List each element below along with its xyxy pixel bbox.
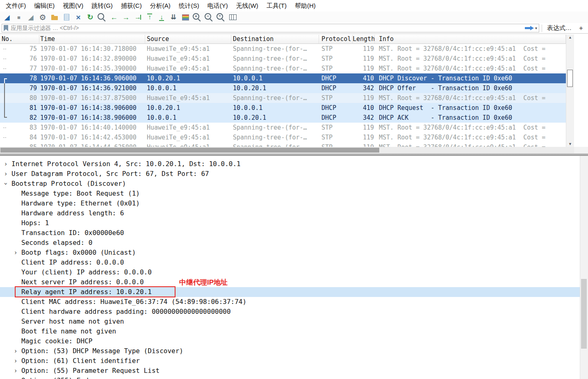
colorize-packets-button[interactable]: [180, 12, 191, 22]
column-header-time[interactable]: Time: [39, 35, 145, 43]
packet-list-scroll-thumb[interactable]: [567, 70, 573, 87]
zoom-in-button[interactable]: [192, 12, 203, 22]
detail-line-17[interactable]: Boot file name not given: [0, 326, 580, 336]
go-forward-button[interactable]: [121, 12, 131, 22]
packet-row-80[interactable]: 801970-01-07 16:14:37.875000HuaweiTe_e9:…: [0, 93, 566, 103]
packet-row-82[interactable]: 821970-01-07 16:14:38.90600010.0.0.110.0…: [0, 113, 566, 123]
packet-row-77[interactable]: 771970-01-07 16:14:35.390000HuaweiTe_e9:…: [0, 64, 566, 73]
expand-arrow-icon[interactable]: ›: [12, 346, 19, 356]
apply-filter-button[interactable]: ▾: [524, 25, 537, 31]
filter-bookmark-icon[interactable]: [4, 25, 8, 31]
cell-time: 1970-01-07 16:14:30.718000: [39, 44, 145, 54]
packet-row-76[interactable]: 761970-01-07 16:14:32.890000HuaweiTe_e9:…: [0, 54, 566, 64]
detail-line-2[interactable]: ›Bootstrap Protocol (Discover): [0, 179, 580, 189]
menu-item-file[interactable]: 文件(F): [2, 0, 30, 11]
detail-line-13[interactable]: Relay agent IP address: 10.0.20.1: [0, 287, 580, 297]
menu-item-tools[interactable]: 工具(T): [262, 0, 291, 11]
go-to-packet-button[interactable]: [132, 12, 143, 22]
cell-source: 10.0.20.1: [145, 73, 231, 83]
column-header-info[interactable]: Info: [375, 35, 566, 43]
start-capture-button[interactable]: [2, 12, 12, 22]
column-header-length[interactable]: Length: [353, 35, 375, 43]
add-filter-button[interactable]: +: [577, 24, 586, 32]
detail-line-10[interactable]: Client IP address: 0.0.0.0: [0, 258, 580, 267]
expand-arrow-icon[interactable]: ›: [12, 248, 19, 258]
detail-line-16[interactable]: Server host name not given: [0, 317, 580, 326]
menu-item-edit[interactable]: 编辑(E): [30, 0, 59, 11]
reload-capture-file-icon: [86, 13, 95, 22]
detail-line-20[interactable]: ›Option: (61) Client identifier: [0, 356, 580, 366]
capture-options-button[interactable]: [37, 12, 48, 22]
packet-row-83[interactable]: 831970-01-07 16:14:40.140000HuaweiTe_e9:…: [0, 123, 566, 132]
detail-line-14[interactable]: Client MAC address: HuaweiTe_06:37:74 (5…: [0, 297, 580, 307]
packet-row-84[interactable]: 841970-01-07 16:14:42.453000HuaweiTe_e9:…: [0, 132, 566, 142]
cell-length: 342: [353, 83, 375, 93]
expand-arrow-icon[interactable]: ›: [2, 159, 9, 169]
detail-line-21[interactable]: ›Option: (55) Parameter Request List: [0, 366, 580, 376]
menu-item-go[interactable]: 跳转(G): [87, 0, 117, 11]
scroll-up-icon[interactable]: ▲: [566, 34, 574, 40]
display-filter-input[interactable]: 应用显示过滤器 … <Ctrl-/> ▾: [2, 24, 539, 32]
close-capture-file-button[interactable]: [73, 12, 84, 22]
last-packet-button[interactable]: [156, 12, 167, 22]
reload-capture-file-button[interactable]: [85, 12, 96, 22]
menu-item-help[interactable]: 帮助(H): [291, 0, 320, 11]
auto-scroll-button[interactable]: [168, 12, 179, 22]
expand-arrow-icon[interactable]: ›: [12, 376, 19, 379]
restart-capture-button[interactable]: [25, 12, 36, 22]
hscroll-thumb[interactable]: [0, 148, 379, 153]
detail-line-9[interactable]: ›Bootp flags: 0x0000 (Unicast): [0, 248, 580, 258]
expand-arrow-icon[interactable]: ›: [12, 366, 19, 376]
find-packet-button[interactable]: [97, 12, 107, 22]
packet-list-hscrollbar[interactable]: [0, 147, 574, 153]
column-header-no[interactable]: No.: [0, 35, 39, 43]
scroll-down-icon[interactable]: ▼: [566, 141, 574, 147]
detail-line-11[interactable]: Your (client) IP address: 0.0.0.0: [0, 267, 580, 277]
first-packet-button[interactable]: [144, 12, 155, 22]
detail-line-5[interactable]: Hardware address length: 6: [0, 208, 580, 218]
packet-row-81[interactable]: 811970-01-07 16:14:38.90600010.0.20.110.…: [0, 103, 566, 113]
column-header-protocol[interactable]: Protocol: [319, 35, 353, 43]
zoom-out-button[interactable]: [204, 12, 214, 22]
menu-item-view[interactable]: 视图(V): [59, 0, 87, 11]
cell-info: DHCP Request - Transaction ID 0xe60: [375, 103, 566, 113]
expand-arrow-icon[interactable]: ›: [2, 169, 9, 179]
zoom-reset-button[interactable]: [216, 12, 226, 22]
menu-item-telephony[interactable]: 电话(Y): [203, 0, 232, 11]
collapse-arrow-icon[interactable]: ›: [1, 180, 11, 187]
expand-arrow-icon[interactable]: ›: [12, 356, 19, 366]
menu-item-statistics[interactable]: 统计(S): [175, 0, 203, 11]
column-header-source[interactable]: Source: [145, 35, 231, 43]
save-capture-file-button[interactable]: [61, 12, 72, 22]
detail-line-4[interactable]: Hardware type: Ethernet (0x01): [0, 199, 580, 208]
stop-capture-button[interactable]: [14, 12, 24, 22]
detail-line-1[interactable]: ›User Datagram Protocol, Src Port: 67, D…: [0, 169, 580, 179]
detail-line-15[interactable]: Client hardware address padding: 0000000…: [0, 307, 580, 317]
detail-line-3[interactable]: Message type: Boot Request (1): [0, 189, 580, 199]
packet-row-85[interactable]: 851970-01-07 16:14:44.625000HuaweiTe_e9:…: [0, 142, 566, 147]
go-back-button[interactable]: [109, 12, 119, 22]
menu-item-capture[interactable]: 捕获(C): [117, 0, 146, 11]
detail-vscrollbar[interactable]: [580, 156, 588, 379]
detail-line-7[interactable]: Transaction ID: 0x00000e60: [0, 228, 580, 238]
detail-line-0[interactable]: ›Internet Protocol Version 4, Src: 10.0.…: [0, 159, 580, 169]
packet-list-vscrollbar[interactable]: ▲ ▼: [566, 34, 574, 147]
detail-line-19[interactable]: ›Option: (53) DHCP Message Type (Discove…: [0, 346, 580, 356]
cell-info: MST. Root = 32768/0/4c:1f:cc:e9:45:a1 Co…: [375, 54, 566, 64]
detail-line-6[interactable]: Hops: 1: [0, 218, 580, 228]
packet-row-78[interactable]: 781970-01-07 16:14:36.90600010.0.20.110.…: [0, 73, 566, 83]
open-capture-file-button[interactable]: [49, 12, 60, 22]
detail-line-22[interactable]: ›Option: (255) End: [0, 376, 580, 379]
detail-text: Seconds elapsed: 0: [21, 239, 92, 247]
detail-line-8[interactable]: Seconds elapsed: 0: [0, 238, 580, 248]
resize-columns-button[interactable]: [228, 12, 238, 22]
detail-line-12[interactable]: Next server IP address: 0.0.0.0: [0, 277, 580, 287]
packet-row-79[interactable]: 791970-01-07 16:14:36.92100010.0.0.110.0…: [0, 83, 566, 93]
expression-button[interactable]: 表达式…: [545, 24, 574, 32]
menu-item-wireless[interactable]: 无线(W): [232, 0, 262, 11]
packet-row-75[interactable]: 751970-01-07 16:14:30.718000HuaweiTe_e9:…: [0, 44, 566, 54]
menu-item-analyze[interactable]: 分析(A): [146, 0, 175, 11]
column-header-destination[interactable]: Destination: [231, 35, 319, 43]
detail-line-18[interactable]: Magic cookie: DHCP: [0, 336, 580, 346]
detail-scroll-thumb[interactable]: [581, 279, 587, 349]
